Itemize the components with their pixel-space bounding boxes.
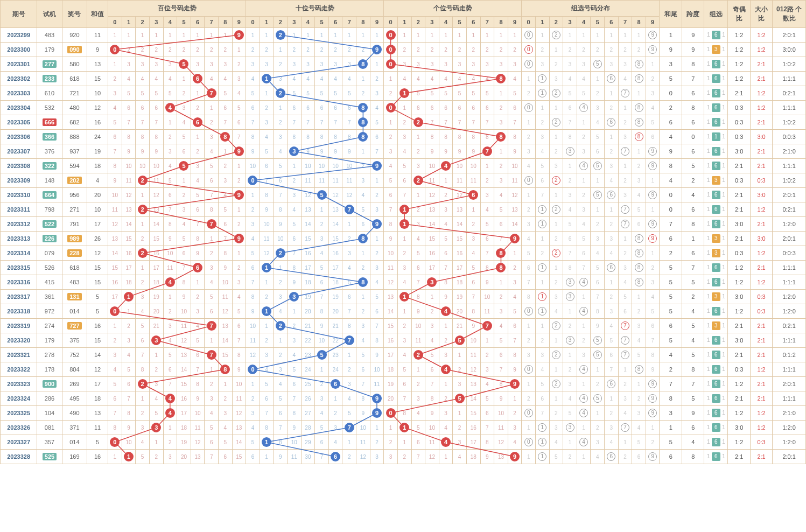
col-bai[interactable]: 百位号码走势 [108, 1, 246, 17]
cell-kuadu: 5 [682, 348, 704, 362]
trend-cell: 12 [494, 435, 508, 450]
trend-cell: 6 [108, 391, 122, 406]
zuxuan-cell: 4 [522, 232, 536, 246]
trend-cell: 14 [328, 217, 342, 232]
cell-qiou: 1:2 [728, 72, 750, 86]
trend-cell: 6 [439, 246, 453, 261]
zuxuan-cell: 3 [632, 319, 646, 333]
trend-cell: 5 [411, 421, 425, 435]
cell-zuxuan-type: 1 6 1 [704, 115, 728, 130]
cell-hewei: 6 [660, 319, 682, 333]
cell-zuxuan-type: 1 3 1 [704, 232, 728, 246]
col-zuxuan[interactable]: 组选号码分布 [522, 1, 660, 17]
zuxuan-cell: 9 [646, 159, 660, 173]
trend-cell: 6 [136, 333, 150, 348]
cell-daxiao: 0:3 [750, 435, 772, 450]
trend-cell: 13 [218, 319, 232, 333]
cell-hezhi: 11 [87, 28, 108, 43]
zuxuan-cell: 6 [563, 232, 577, 246]
trend-cell: 2 [136, 173, 150, 188]
trend-cell: 2 [136, 43, 150, 57]
zuxuan-cell: 3 [632, 406, 646, 421]
trend-cell: 9 [246, 144, 260, 159]
cell-hewei: 2 [660, 362, 682, 377]
trend-cell: 2 [274, 246, 288, 261]
zuxuan-cell: 3 [563, 421, 577, 435]
zuxuan-cell: 1 [618, 159, 632, 173]
trend-cell: 4 [480, 377, 494, 391]
col-hezhi[interactable]: 和值 [87, 1, 108, 28]
trend-cell: 0 [384, 406, 398, 421]
col-qiou[interactable]: 奇偶比 [728, 1, 750, 28]
trend-cell: 6 [301, 101, 315, 115]
trend-cell: 9 [370, 391, 384, 406]
trend-cell: 6 [218, 450, 232, 464]
col-shi[interactable]: 十位号码走势 [246, 1, 384, 17]
trend-cell: 5 [466, 261, 480, 275]
trend-cell: 3 [108, 86, 122, 101]
trend-cell: 1 [136, 188, 150, 202]
trend-cell: 1 [288, 28, 302, 43]
cell-shiji: 664 [37, 188, 62, 202]
zuxuan-cell: 2 [591, 217, 605, 232]
trend-cell: 7 [480, 319, 494, 333]
trend-cell: 18 [301, 275, 315, 290]
trend-cell: 5 [274, 391, 288, 406]
col-shiji[interactable]: 试机 [37, 1, 62, 28]
col-lu012[interactable]: 012路 个数比 [773, 1, 806, 28]
zuxuan-cell: 2 [605, 290, 619, 304]
col-daxiao[interactable]: 大小比 [750, 1, 772, 28]
col-ge[interactable]: 个位号码走势 [384, 1, 522, 17]
zuxuan-cell: 6 [605, 348, 619, 362]
digit-header: 0 [108, 17, 122, 28]
cell-kuadu: 6 [682, 115, 704, 130]
trend-cell: 2 [218, 159, 232, 173]
trend-cell: 1 [191, 275, 205, 290]
trend-cell: 0 [108, 43, 122, 57]
trend-cell: 6 [205, 173, 219, 188]
cell-zuxuan-type: 1 6 1 [704, 202, 728, 217]
trend-cell: 15 [177, 377, 191, 391]
cell-hewei: 7 [660, 217, 682, 232]
trend-cell: 3 [480, 57, 494, 72]
cell-lu012: 1:1:1 [773, 101, 806, 115]
col-kuadu[interactable]: 跨度 [682, 1, 704, 28]
cell-daxiao: 2:1 [750, 115, 772, 130]
trend-cell: 1 [177, 72, 191, 86]
trend-cell: 0 [384, 43, 398, 57]
trend-cell: 12 [108, 217, 122, 232]
trend-cell: 13 [425, 202, 439, 217]
trend-cell: 8 [315, 130, 329, 144]
col-hewei[interactable]: 和尾 [660, 1, 682, 28]
cell-jianghao: 580 [62, 57, 87, 72]
trend-cell: 0 [246, 173, 260, 188]
trend-cell: 1 [260, 304, 274, 319]
trend-cell: 13 [508, 202, 522, 217]
cell-hezhi: 18 [87, 159, 108, 173]
trend-cell: 1 [439, 28, 453, 43]
cell-shiji: 415 [37, 275, 62, 290]
col-period[interactable]: 期号 [1, 1, 37, 28]
zuxuan-cell: 9 [646, 406, 660, 421]
trend-cell: 9 [508, 377, 522, 391]
trend-cell: 6 [328, 450, 342, 464]
trend-cell: 1 [439, 319, 453, 333]
col-zuxuan2[interactable]: 组选 [704, 1, 728, 28]
zuxuan-cell: 2 [591, 421, 605, 435]
trend-cell: 16 [384, 333, 398, 348]
trend-cell: 2 [246, 43, 260, 57]
col-jianghao[interactable]: 奖号 [62, 1, 87, 28]
zuxuan-cell: 2 [632, 159, 646, 173]
trend-cell: 9 [232, 28, 246, 43]
cell-qiou: 2:1 [728, 391, 750, 406]
trend-cell: 4 [177, 115, 191, 130]
cell-hewei: 5 [660, 275, 682, 290]
trend-cell: 9 [508, 232, 522, 246]
trend-cell: 4 [163, 275, 177, 290]
digit-header: 3 [288, 17, 302, 28]
trend-cell: 11 [466, 173, 480, 188]
table-row: 2023325104490137825417104312376827425990… [1, 406, 806, 421]
trend-cell: 9 [439, 290, 453, 304]
trend-cell: 3 [288, 188, 302, 202]
trend-cell: 11 [122, 173, 136, 188]
